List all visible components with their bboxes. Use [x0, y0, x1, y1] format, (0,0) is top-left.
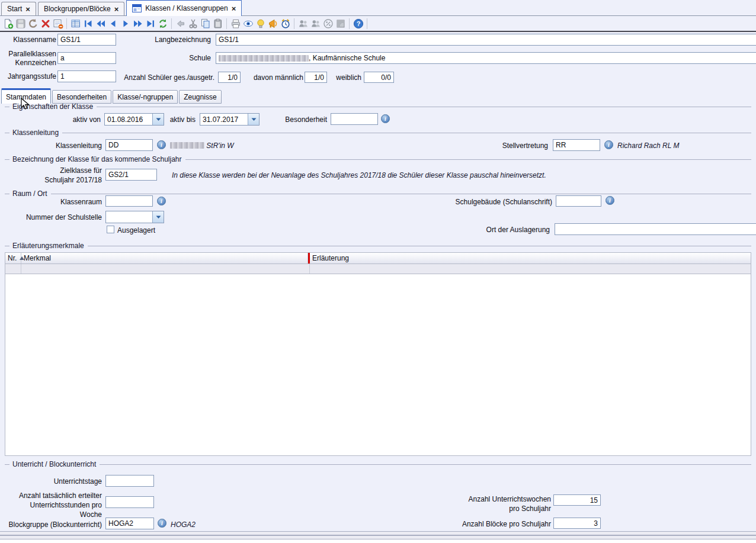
tab-start[interactable]: Start — [1, 2, 36, 15]
column-header-nr[interactable]: Nr. — [5, 253, 21, 264]
klassenraum-field[interactable] — [105, 195, 153, 207]
unterrichtswochen-field[interactable]: 15 — [553, 494, 601, 506]
nav-last-icon[interactable] — [144, 18, 156, 30]
tab-label: Blockgruppen/Blöcke — [44, 5, 111, 13]
column-header-merkmal[interactable]: Merkmal — [21, 253, 308, 264]
parallelklassen-label-line1: Parallelklassen — [0, 50, 56, 58]
tab-blockgruppen[interactable]: Blockgruppen/Blöcke — [38, 2, 124, 15]
save-icon[interactable] — [14, 18, 27, 30]
unterrichtstage-label: Unterrichtstage — [43, 477, 102, 486]
tab-klassengruppen[interactable]: Klasse/-ngruppen — [113, 90, 178, 104]
undo-icon[interactable] — [27, 18, 39, 30]
schulgebaeude-label: Schulgebäude (Schulanschrift) — [434, 198, 552, 206]
section-zielklasse: Bezeichnung der Klasse für das kommende … — [5, 155, 751, 163]
schulstelle-combo[interactable] — [105, 211, 164, 223]
percent-icon[interactable] — [322, 18, 334, 30]
group-add-icon[interactable] — [297, 18, 309, 30]
remove-form-icon[interactable] — [52, 18, 64, 30]
back-icon[interactable] — [174, 18, 187, 30]
nav-first-icon[interactable] — [82, 18, 94, 30]
main-toolbar: ? — [0, 17, 756, 31]
zielklasse-field[interactable]: GS2/1 — [105, 169, 157, 181]
stellvertretung-name-hint: Richard Rach RL M — [617, 142, 679, 150]
table-filter-row[interactable] — [5, 264, 751, 274]
anzahl-schueler-label: Anzahl Schüler ges./ausgetr. — [96, 73, 214, 82]
reminder-clock-icon[interactable] — [279, 18, 291, 30]
zielklasse-note: In diese Klasse werden bei der Neuanlage… — [172, 171, 546, 179]
anzahl-schueler-field[interactable]: 1/0 — [218, 72, 241, 83]
unterrichtsstunden-label-line3: Woche — [0, 510, 102, 519]
klassenleitung-field[interactable]: DD — [105, 139, 153, 151]
tab-klassen[interactable]: Klassen / Klassengruppen — [126, 0, 242, 16]
stellvertretung-label: Stellvertretung — [489, 142, 548, 150]
nav-next-fast-icon[interactable] — [132, 18, 144, 30]
section-unterricht: Unterricht / Blockunterricht — [5, 460, 751, 468]
tab-besonderheiten[interactable]: Besonderheiten — [52, 90, 111, 104]
info-icon[interactable] — [157, 197, 166, 205]
table-header-row: Nr. Merkmal Erläuterung — [5, 253, 751, 264]
announce-horn-icon[interactable] — [267, 18, 279, 30]
unterrichtstage-field[interactable] — [105, 475, 154, 487]
schulgebaeude-field[interactable] — [556, 195, 601, 207]
info-icon[interactable] — [381, 114, 390, 123]
copy-icon[interactable] — [199, 18, 212, 30]
group-icon[interactable] — [309, 18, 322, 30]
langbezeichnung-field[interactable]: GS1/1 — [216, 34, 756, 46]
close-icon[interactable] — [114, 5, 119, 13]
application-window: Start Blockgruppen/Blöcke Klassen / Klas… — [0, 0, 756, 543]
section-eigenschaften: Eigenschaften der Klasse — [5, 102, 751, 111]
unterrichtsstunden-field[interactable] — [105, 496, 154, 508]
close-icon[interactable] — [25, 5, 30, 13]
paste-icon[interactable] — [212, 18, 224, 30]
delete-icon[interactable] — [39, 18, 52, 30]
nav-prev-fast-icon[interactable] — [94, 18, 107, 30]
filter-cell[interactable] — [310, 264, 751, 274]
filter-cell[interactable] — [5, 264, 21, 274]
close-icon[interactable] — [232, 5, 236, 12]
aktiv-bis-label: aktiv bis — [136, 115, 196, 124]
ort-auslagerung-field[interactable] — [555, 223, 756, 235]
klassenleitung-name-hint: StR'in W — [170, 142, 234, 150]
unterrichtsstunden-label-line1: Anzahl tatsächlich erteilter — [0, 491, 102, 500]
info-icon[interactable] — [157, 140, 166, 149]
bottom-strip — [0, 539, 756, 543]
chevron-down-icon[interactable] — [248, 114, 259, 125]
weiblich-field[interactable]: 0/0 — [364, 72, 394, 83]
schule-field[interactable]: , Kaufmännische Schule — [216, 52, 756, 64]
stellvertretung-field[interactable]: RR — [553, 139, 600, 151]
ausgelagert-checkbox[interactable] — [107, 226, 114, 233]
hint-bulb-icon[interactable] — [254, 18, 267, 30]
frame-icon[interactable] — [334, 18, 347, 30]
svg-text:?: ? — [356, 20, 360, 27]
aktiv-bis-combo[interactable]: 31.07.2017 — [200, 113, 260, 126]
nav-prev-icon[interactable] — [107, 18, 119, 30]
zielklasse-label-line2: Schuljahr 2017/18 — [43, 176, 102, 184]
ausgelagert-label: Ausgelagert — [117, 226, 155, 234]
info-icon[interactable] — [158, 519, 166, 528]
column-header-erlaeuterung[interactable]: Erläuterung — [310, 253, 751, 264]
preview-icon[interactable] — [242, 18, 254, 30]
print-icon[interactable] — [229, 18, 242, 30]
toolbar-separator — [367, 18, 367, 29]
nav-next-icon[interactable] — [119, 18, 132, 30]
splitter-bar[interactable] — [0, 535, 756, 539]
aktiv-von-label: aktiv von — [41, 115, 101, 124]
info-icon[interactable] — [606, 196, 614, 205]
blockgruppe-label: Blockgruppe (Blockunterricht) — [0, 520, 102, 529]
info-icon[interactable] — [604, 140, 613, 149]
datasheet-icon[interactable] — [69, 18, 82, 30]
tab-label: Klassen / Klassengruppen — [145, 4, 228, 12]
bloecke-field[interactable]: 3 — [553, 518, 601, 529]
besonderheit-field[interactable] — [331, 113, 378, 125]
langbezeichnung-label: Langbezeichnung — [92, 36, 211, 44]
blockgruppe-hint: HOGA2 — [171, 520, 196, 529]
splitter-bar[interactable] — [0, 531, 756, 535]
blockgruppe-field[interactable]: HOGA2 — [105, 518, 154, 529]
help-icon[interactable]: ? — [352, 18, 364, 30]
cut-icon[interactable] — [187, 18, 199, 30]
chevron-down-icon[interactable] — [152, 211, 164, 223]
tab-zeugnisse[interactable]: Zeugnisse — [179, 90, 221, 104]
filter-cell[interactable] — [21, 264, 310, 274]
refresh-icon[interactable] — [156, 18, 169, 30]
new-record-icon[interactable] — [2, 18, 14, 30]
